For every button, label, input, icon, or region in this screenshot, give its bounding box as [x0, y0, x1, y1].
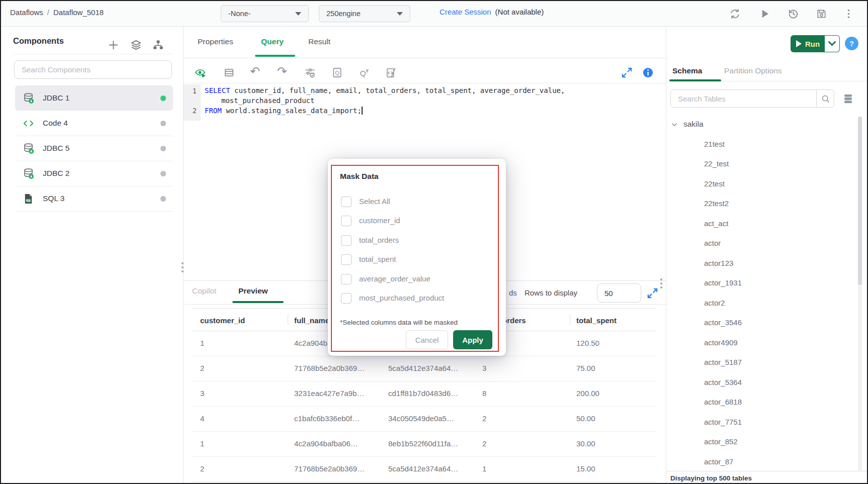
table-item[interactable]: act_act — [704, 219, 728, 228]
cell-full-name: 3231eac427e7a9b… — [294, 389, 364, 398]
tab-properties[interactable]: Properties — [198, 37, 233, 46]
undo-icon[interactable]: ↶ — [250, 65, 260, 77]
table-item[interactable]: actor_6818 — [704, 398, 742, 406]
cancel-button[interactable]: Cancel — [406, 330, 448, 349]
active-tab-underline — [255, 55, 295, 57]
apply-button[interactable]: Apply — [453, 330, 492, 349]
column-header[interactable]: total_spent — [576, 316, 617, 325]
code-line-1-wrap: most_purchased_product — [221, 96, 314, 105]
table-item[interactable]: actor2 — [704, 299, 725, 307]
play-icon[interactable] — [758, 7, 771, 20]
mask-option-row: Select All — [341, 196, 390, 207]
run-options-button[interactable] — [825, 35, 840, 52]
breadcrumb-current: Dataflow_5018 — [53, 8, 104, 17]
preview-eye-icon[interactable] — [194, 66, 207, 79]
checkbox-select-all[interactable] — [341, 197, 352, 207]
table-item[interactable]: actor_852 — [704, 437, 738, 446]
table-item[interactable]: actor123 — [704, 259, 733, 267]
checkbox-total-orders[interactable] — [341, 235, 352, 246]
cell-customer-id: 2 — [200, 364, 204, 372]
tab-result[interactable]: Result — [308, 37, 330, 46]
kebab-menu-icon[interactable] — [842, 7, 855, 20]
code-doc-icon[interactable] — [384, 66, 398, 79]
table-item[interactable]: actor — [704, 239, 721, 247]
table-item[interactable]: actor_7751 — [704, 418, 742, 426]
cell-total-orders: 2 — [482, 439, 486, 448]
table-row[interactable]: 2 71768b5e2a0b369… 5ca5d412e374a64… 1 15… — [192, 456, 656, 481]
table-item[interactable]: actor_3546 — [704, 318, 742, 327]
sitemap-icon[interactable] — [152, 39, 164, 51]
mask-option-row: most_purchased_product — [341, 293, 444, 304]
scrollbar-track[interactable] — [858, 117, 862, 471]
checkbox-label: Select All — [359, 196, 390, 207]
svg-text:Q: Q — [335, 69, 339, 75]
component-item-jdbc-1[interactable]: JDBC 1 — [15, 85, 173, 111]
divider — [570, 314, 570, 325]
column-header[interactable]: full_name — [294, 316, 329, 325]
table-item[interactable]: actor_5364 — [704, 378, 742, 386]
checkbox-average-order-value[interactable] — [341, 274, 352, 284]
component-item-jdbc-2[interactable]: JDBC 2 — [15, 161, 173, 186]
jdbc-database-icon — [22, 142, 35, 155]
panel-resize-handle[interactable] — [660, 276, 662, 291]
checkbox-most-purchased-product[interactable] — [341, 293, 352, 304]
run-button[interactable]: Run — [791, 35, 825, 52]
component-item-jdbc-5[interactable]: JDBC 5 — [15, 136, 173, 161]
search-tables-input[interactable] — [671, 91, 816, 106]
tab-partition-options[interactable]: Partition Options — [724, 66, 782, 75]
table-item[interactable]: 22test — [704, 179, 725, 188]
search-icon[interactable] — [816, 90, 834, 107]
component-item-code-4[interactable]: Code 4 — [15, 111, 173, 136]
breadcrumb-dataflows[interactable]: Dataflows — [10, 8, 43, 17]
layers-icon[interactable] — [130, 39, 142, 51]
settings-check-icon[interactable] — [303, 66, 316, 79]
table-item[interactable]: 22test2 — [704, 199, 729, 208]
table-item[interactable]: actor4909 — [704, 338, 738, 347]
divider — [184, 58, 666, 58]
tab-copilot[interactable]: Copilot — [192, 286, 216, 296]
table-row[interactable]: 3 3231eac427e7a9b… cd1ff81b7d0483d6… 8 2… — [192, 381, 656, 406]
dropdown-engine[interactable]: 250engine — [319, 5, 410, 22]
jdbc-database-icon — [22, 167, 35, 180]
tab-query[interactable]: Query — [261, 37, 284, 46]
table-item[interactable]: actor_5187 — [704, 358, 742, 366]
search-components-input[interactable] — [14, 60, 172, 79]
app-root: Dataflows / Dataflow_5018 -None- 250engi… — [0, 0, 868, 484]
checkbox-customer-id[interactable] — [341, 216, 352, 226]
table-item[interactable]: actor_87 — [704, 457, 733, 466]
component-label: JDBC 2 — [43, 169, 160, 178]
tab-preview[interactable]: Preview — [238, 286, 268, 296]
cell-full-name: 71768b5e2a0b369… — [294, 364, 365, 372]
column-header[interactable]: customer_id — [200, 316, 245, 325]
scrollbar-thumb[interactable] — [858, 117, 862, 285]
history-icon[interactable] — [787, 7, 800, 20]
dropdown-none[interactable]: -None- — [221, 5, 309, 22]
create-session-link[interactable]: Create Session — [440, 8, 491, 16]
info-icon[interactable] — [642, 66, 654, 78]
tab-schema[interactable]: Schema — [672, 66, 702, 75]
component-item-sql-3[interactable]: SQL SQL 3 — [15, 186, 173, 211]
expand-preview-icon[interactable] — [647, 287, 658, 299]
query-tools-icon[interactable]: Q — [357, 66, 371, 80]
sql-text: world.staging_sales_data_import; — [222, 107, 362, 115]
refresh-icon[interactable] — [728, 7, 741, 20]
redo-icon[interactable]: ↷ — [277, 65, 287, 77]
table-item[interactable]: actor_1931 — [704, 278, 742, 287]
table-item[interactable]: 21test — [704, 140, 725, 148]
table-icon[interactable] — [222, 66, 235, 79]
expand-icon[interactable] — [621, 66, 633, 78]
table-row[interactable]: 2 71768b5e2a0b369… 5ca5d412e374a64… 3 75… — [192, 356, 656, 381]
status-dot-idle — [160, 171, 166, 176]
table-row[interactable]: 4 c1bafc6b336eb0f… 34c050549de0a5… 2 50.… — [192, 406, 656, 431]
query-doc-icon[interactable]: Q — [330, 66, 343, 79]
help-button[interactable]: ? — [845, 37, 858, 50]
rows-to-display-input[interactable] — [597, 283, 641, 303]
save-icon[interactable] — [815, 7, 828, 20]
plus-icon[interactable] — [107, 39, 119, 51]
schema-node-sakila[interactable]: sakila — [670, 120, 704, 129]
table-item[interactable]: 22_test — [704, 159, 729, 168]
checkbox-total-spent[interactable] — [341, 254, 352, 265]
table-row[interactable]: 1 4c2a904bafba06… 8eb1b522f60d11fa… 2 30… — [192, 431, 656, 456]
database-stack-icon[interactable] — [842, 92, 854, 105]
mask-option-row: average_order_value — [341, 273, 430, 284]
